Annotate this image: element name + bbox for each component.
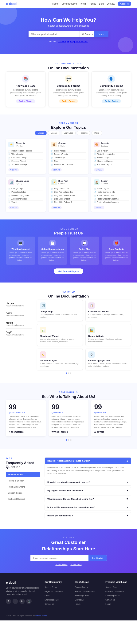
social-instagram[interactable]: 📷 [26,598,32,604]
blog-list: Blog Column One Blog Post Column Two Blo… [51,187,86,204]
list-item: Blog Post Column Two [51,190,86,194]
testi-dot-2[interactable] [68,439,69,441]
tab-fabconic[interactable]: Fabconic [77,131,90,135]
hero-category-select[interactable]: All Docs [80,31,94,38]
footer-link[interactable]: Support Forum [105,586,118,588]
popular-link-code[interactable]: Code [58,40,64,43]
footer-link[interactable]: Online Documentation [105,590,124,592]
nav-contact[interactable]: Contact [107,2,114,5]
faq-arrow-2: ▼ [126,489,128,492]
footer-view-all[interactable]: View All [94,206,104,209]
list-item: Countdown Widget [8,156,43,160]
nav-pages[interactable]: Pages [90,2,96,5]
footer-link[interactable]: Forum [105,603,111,605]
featured-dot-2[interactable] [68,372,69,374]
products-desc: Lorem ipsum dummy text the prepossessing… [105,251,128,262]
changelogs-view-all[interactable]: View All [8,206,19,209]
featured-next[interactable]: › [72,372,74,374]
footer-link[interactable]: Forum [45,595,50,597]
cta-email-input[interactable] [31,555,88,561]
faq-menu-technical[interactable]: Technical Support [6,496,40,502]
tab-metro[interactable]: Metro [91,131,102,135]
onlinedoc-title: Online Documentation [41,248,64,250]
logo-text: docfi [9,2,17,6]
footer-link[interactable]: Knowledge base [105,595,119,597]
featured-card-2: 📊 Cheatsheet Widget Vivamus ullamcorper … [37,324,83,346]
social-linkedin[interactable]: in [19,598,25,604]
cta-title-line1: Great Customer [6,540,131,545]
nav-home[interactable]: Home [52,2,58,5]
card5-title: Footer Copyright Info [88,360,128,362]
blog-view-all[interactable]: View All [51,206,62,209]
knowledge-btn[interactable]: Explore Topics [16,99,35,103]
popular-link-wordpress[interactable]: WordPress [76,40,88,43]
featured-brands: Listy✦ Featured Products New docfi Featu… [6,300,32,370]
header-cta-button[interactable]: Get docfi [118,2,131,6]
featured-prev[interactable]: ‹ [63,372,65,374]
testi-dot-3[interactable] [70,439,72,441]
featured-dot-3[interactable] [70,372,71,374]
footer-brand-desc: Lorem ipsum dolor sit amet consectetur a… [6,586,40,596]
changelogs-icon: 🔄 [8,180,14,185]
featured-dot-1[interactable] [66,372,67,374]
faq-menu-theme-license[interactable]: Theme License [6,472,40,477]
faq-question-1[interactable]: How do I report an item on envato market… [45,479,131,486]
trust-card-products: 🎁 Great Products Lorem ipsum dummy text … [102,236,131,265]
popular-link-blog[interactable]: Blog [70,40,75,43]
cta-link-news[interactable]: → Our News [55,563,67,566]
nav-blog[interactable]: Blog [99,2,104,5]
tab-earn-edge[interactable]: Earn Edge [61,131,76,135]
footer-link[interactable]: Knowledge Base [75,595,89,597]
card0-icon: 🔄 [40,302,46,309]
listy-label: Featured Products New [6,305,32,307]
faq-menu-pricing[interactable]: Pricing & Support [6,478,40,484]
hero-search-input[interactable] [29,31,80,38]
faq-question-0[interactable]: How do I report an item on envato market… [45,458,131,464]
footer-link[interactable]: Contact Us [75,599,84,601]
card0-desc: Get enim ipsum ius notetur lorem consequ… [40,314,80,318]
topic-card-footer: 🏠 Footer 6 Articles Footer Layout Footer… [91,177,131,212]
footer-helpful-title: Helpful Links [75,581,101,584]
footer-link[interactable]: Support Forum [75,586,88,588]
footer-link[interactable]: Forum [75,603,80,605]
faq-menu-purchasing[interactable]: Purchasing Online [6,484,40,490]
trust-support-button[interactable]: Visit Support Page → [54,268,83,274]
nav-documentation[interactable]: Documentation [61,2,77,5]
community2-btn[interactable]: Explore Topics [102,99,121,103]
list-item: Banner Design [94,156,129,160]
cta-link-docfi[interactable]: → Get docfi [70,563,81,566]
tab-elegant[interactable]: Elegant [48,131,60,135]
header-nav: Home Documentation Forum Pages Blog Cont… [52,2,131,6]
social-facebook[interactable]: f [6,598,11,604]
footer-link[interactable]: Pages Documentation [45,590,63,592]
footer-link[interactable]: Support Forum [45,586,57,588]
cta-get-started-button[interactable]: Get Started [88,555,106,561]
community1-btn[interactable]: Explore Topics [59,99,78,103]
faq-question-2[interactable]: My page is broken, How to solve it? ▼ [45,487,131,494]
faq-right: How do I report an item on envato market… [45,457,131,520]
card2-title: Cheatsheet Widget [40,335,80,337]
footer-link[interactable]: Contact Us [105,599,115,601]
tab-unique[interactable]: Unique [35,131,47,135]
layouts-view-all[interactable]: View All [94,168,104,172]
chat-desc: Lorem ipsum dummy text the prepossessing… [73,251,96,262]
footer-credit-link[interactable]: Refined Theme [35,615,47,617]
faq-question-3[interactable]: What is required to use Classified Listi… [45,496,131,502]
footer-link[interactable]: Contact Us [45,603,54,605]
trust-card-onlinedoc: 📄 Online Documentation Lorem ipsum dummy… [38,236,67,265]
footer-col-frequent: Frequent Visit Links Support Forum Onlin… [105,581,131,606]
footer-count: 6 Articles [101,183,108,185]
social-twitter[interactable]: t [13,598,18,604]
elements-view-all[interactable]: View All [8,168,19,172]
faq-question-4[interactable]: Is it possible to customize the reservat… [45,504,131,510]
faq-menu-support-tickets[interactable]: Support Tickets [6,490,40,496]
testi-handle-1: @BeenNerds [52,412,86,414]
footer-link[interactable]: Partner Documentation [75,590,95,592]
testi-dot-1[interactable] [66,439,67,441]
popular-link-ajax[interactable]: Ajax [64,40,69,43]
hero-search-button[interactable]: Search [94,31,108,38]
faq-question-5[interactable]: How to get notifications ? ▼ [45,512,131,519]
content-view-all[interactable]: View All [51,168,62,172]
footer-link[interactable]: Knowledge base [45,599,59,601]
nav-forum[interactable]: Forum [80,2,87,5]
